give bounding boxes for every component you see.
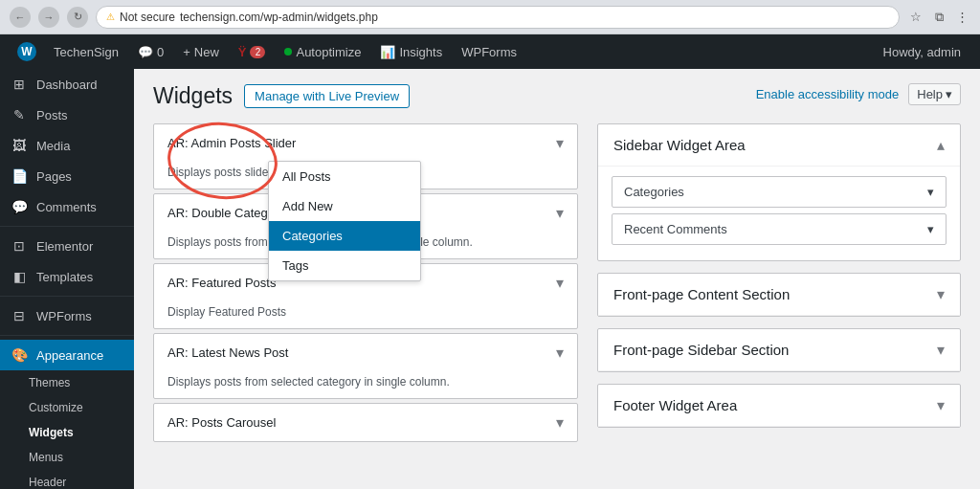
posts-flyout-menu: All Posts Add New Categories Tags bbox=[268, 161, 421, 281]
frontpage-content-title: Front-page Content Section bbox=[613, 286, 790, 302]
sidebar-divider-3 bbox=[0, 335, 134, 336]
extensions-icon[interactable]: ⧉ bbox=[930, 9, 947, 26]
widget-area-frontpage-content-header[interactable]: Front-page Content Section ▾ bbox=[598, 274, 960, 316]
new-label: New bbox=[194, 45, 219, 59]
widget-accordion-header-3[interactable]: AR: Latest News Post ▾ bbox=[154, 334, 577, 371]
back-button[interactable]: ← bbox=[10, 7, 31, 28]
widget-area-footer-header[interactable]: Footer Widget Area ▾ bbox=[598, 385, 960, 427]
widget-area-sidebar-header[interactable]: Sidebar Widget Area ▴ bbox=[598, 124, 960, 167]
sidebar-sub-header[interactable]: Header bbox=[0, 470, 134, 489]
insights-item[interactable]: 📊 Insights bbox=[370, 34, 452, 69]
url-bar[interactable]: ⚠ Not secure techensign.com/wp-admin/wid… bbox=[96, 6, 900, 29]
widget-in-area-recent-comments: Recent Comments ▾ bbox=[612, 213, 947, 245]
howdy-item[interactable]: Howdy, admin bbox=[874, 34, 970, 69]
widget-chevron-0: ▾ bbox=[556, 134, 564, 152]
sidebar-item-templates[interactable]: ◧ Templates bbox=[0, 261, 134, 292]
widget-in-area-recent-header[interactable]: Recent Comments ▾ bbox=[612, 214, 946, 244]
wp-logo-icon: W bbox=[17, 42, 36, 61]
comments-item[interactable]: 💬 0 bbox=[128, 34, 173, 69]
sidebar-item-media[interactable]: 🖼 Media bbox=[0, 130, 134, 161]
manage-preview-button[interactable]: Manage with Live Preview bbox=[244, 84, 410, 108]
widget-area-frontpage-content: Front-page Content Section ▾ bbox=[597, 273, 961, 317]
flyout-add-new[interactable]: Add New bbox=[269, 191, 420, 221]
widget-recent-chevron: ▾ bbox=[927, 222, 934, 236]
widget-accordion-3: AR: Latest News Post ▾ Displays posts fr… bbox=[153, 333, 578, 399]
flyout-all-posts[interactable]: All Posts bbox=[269, 162, 420, 191]
sidebar-item-wpforms[interactable]: ⊟ WPForms bbox=[0, 300, 134, 331]
widget-desc-3: Displays posts from selected category in… bbox=[154, 371, 577, 398]
sidebar-item-dashboard[interactable]: ⊞ Dashboard bbox=[0, 69, 134, 100]
sidebar-item-posts[interactable]: ✎ Posts bbox=[0, 100, 134, 130]
sidebar-sub-customize[interactable]: Customize bbox=[0, 395, 134, 420]
widget-in-area-categories-header[interactable]: Categories ▾ bbox=[612, 177, 946, 207]
sidebar-area-chevron: ▴ bbox=[937, 136, 945, 154]
widget-chevron-4: ▾ bbox=[556, 413, 564, 432]
dashboard-icon: ⊞ bbox=[10, 77, 29, 92]
sidebar-item-elementor[interactable]: ⊡ Elementor bbox=[0, 231, 134, 261]
frontpage-content-chevron: ▾ bbox=[937, 285, 945, 303]
sidebar-comments-label: Comments bbox=[36, 200, 97, 214]
sidebar-divider-2 bbox=[0, 296, 134, 297]
insights-label: Insights bbox=[399, 45, 442, 59]
url-text: techensign.com/wp-admin/widgets.php bbox=[180, 11, 378, 24]
customize-sub-label: Customize bbox=[29, 401, 83, 414]
widget-categories-label: Categories bbox=[624, 185, 684, 199]
autoptimize-status-icon bbox=[284, 48, 292, 56]
widget-accordion-header-0[interactable]: AR: Admin Posts Slider ▾ bbox=[154, 124, 577, 162]
widget-area-sidebar-body: Categories ▾ Recent Comments ▾ bbox=[598, 167, 960, 260]
forward-button[interactable]: → bbox=[38, 7, 59, 28]
sidebar-posts-label: Posts bbox=[36, 108, 68, 122]
sidebar-elementor-label: Elementor bbox=[36, 239, 93, 254]
sidebar-item-comments[interactable]: 💬 Comments bbox=[0, 191, 134, 222]
media-icon: 🖼 bbox=[10, 138, 29, 153]
sidebar-media-label: Media bbox=[36, 139, 70, 153]
elementor-icon: ⊡ bbox=[10, 238, 29, 254]
site-name-item[interactable]: TechenSign bbox=[44, 34, 128, 69]
sidebar-pages-label: Pages bbox=[36, 169, 72, 184]
add-new-label: Add New bbox=[282, 199, 333, 213]
refresh-button[interactable]: ↻ bbox=[67, 7, 88, 28]
page-title: Widgets bbox=[153, 83, 233, 109]
sidebar-sub-widgets[interactable]: Widgets bbox=[0, 420, 134, 445]
menu-icon[interactable]: ⋮ bbox=[953, 9, 970, 26]
widget-area-frontpage-sidebar: Front-page Sidebar Section ▾ bbox=[597, 328, 961, 372]
top-right-bar: Enable accessibility mode Help ▾ bbox=[756, 83, 961, 105]
wp-content: All Posts Add New Categories Tags Enable… bbox=[134, 69, 980, 489]
sidebar-sub-themes[interactable]: Themes bbox=[0, 370, 134, 395]
widget-accordion-4: AR: Posts Carousel ▾ bbox=[153, 403, 578, 442]
flyout-tags[interactable]: Tags bbox=[269, 251, 420, 280]
widget-chevron-2: ▾ bbox=[556, 274, 564, 292]
sidebar-item-appearance[interactable]: 🎨 Appearance bbox=[0, 340, 134, 370]
yoast-item[interactable]: Ÿ 2 bbox=[229, 34, 276, 69]
menus-sub-label: Menus bbox=[29, 451, 63, 464]
sidebar-appearance-label: Appearance bbox=[36, 348, 103, 363]
widget-title-0: AR: Admin Posts Slider bbox=[167, 136, 296, 150]
help-button[interactable]: Help ▾ bbox=[908, 83, 961, 105]
plus-icon: + bbox=[183, 45, 190, 59]
all-posts-label: All Posts bbox=[282, 169, 331, 184]
accessibility-mode-link[interactable]: Enable accessibility mode bbox=[756, 87, 900, 101]
wp-logo[interactable]: W bbox=[10, 34, 44, 69]
wpforms-admin-bar-item[interactable]: WPForms bbox=[452, 34, 526, 69]
widgets-sub-label: Widgets bbox=[29, 426, 74, 439]
sidebar-sub-menus[interactable]: Menus bbox=[0, 445, 134, 470]
flyout-categories[interactable]: Categories bbox=[269, 221, 420, 251]
help-label: Help bbox=[917, 87, 943, 101]
sidebar-divider-1 bbox=[0, 226, 134, 227]
templates-icon: ◧ bbox=[10, 269, 29, 284]
howdy-label: Howdy, admin bbox=[883, 45, 961, 59]
posts-icon: ✎ bbox=[10, 107, 29, 122]
security-icon: ⚠ bbox=[106, 11, 115, 22]
sidebar-item-pages[interactable]: 📄 Pages bbox=[0, 161, 134, 191]
yoast-badge: 2 bbox=[250, 46, 265, 58]
bookmark-icon[interactable]: ☆ bbox=[907, 9, 924, 26]
autoptimize-item[interactable]: Autoptimize bbox=[275, 34, 370, 69]
widget-area-frontpage-sidebar-header[interactable]: Front-page Sidebar Section ▾ bbox=[598, 329, 960, 371]
widget-chevron-3: ▾ bbox=[556, 344, 564, 362]
widgets-right-column: Sidebar Widget Area ▴ Categories ▾ bbox=[597, 123, 961, 446]
wp-layout: ⊞ Dashboard ✎ Posts 🖼 Media 📄 Pages 💬 Co… bbox=[0, 69, 980, 489]
pages-icon: 📄 bbox=[10, 168, 29, 184]
widget-accordion-header-4[interactable]: AR: Posts Carousel ▾ bbox=[154, 404, 577, 441]
browser-actions: ☆ ⧉ ⋮ bbox=[907, 9, 970, 26]
new-item[interactable]: + New bbox=[173, 34, 229, 69]
